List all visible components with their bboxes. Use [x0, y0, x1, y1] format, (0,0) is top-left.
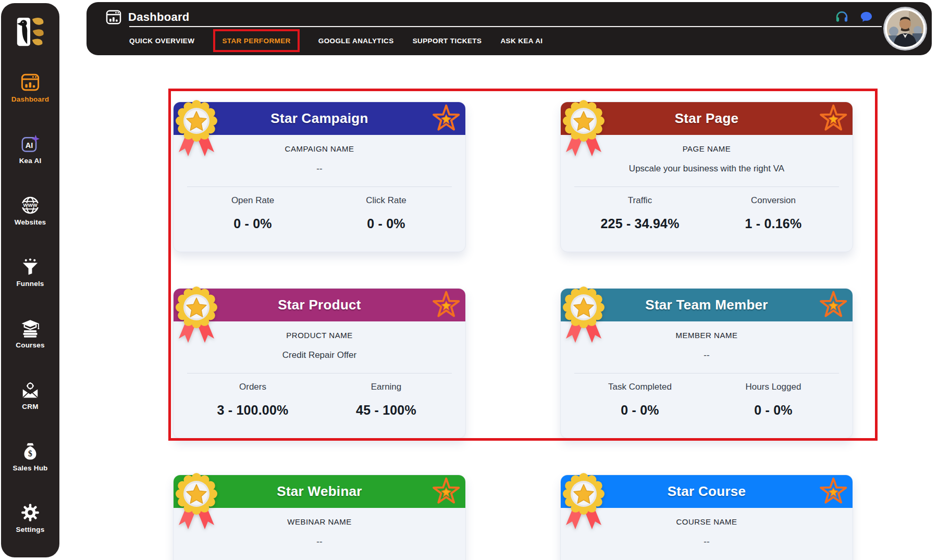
card-header: Star Product — [174, 289, 465, 321]
user-avatar[interactable] — [887, 10, 923, 47]
card-name-label: PAGE NAME — [573, 135, 840, 153]
shooting-star-icon — [394, 104, 463, 133]
sidebar-item-kea-ai[interactable]: AI Kea AI — [2, 134, 58, 165]
stat-conversion: Conversion 1 - 0.16% — [707, 195, 840, 231]
dashboard-icon — [106, 9, 121, 25]
sidebar-item-crm[interactable]: CRM — [2, 380, 58, 410]
card-name-value: -- — [573, 350, 840, 360]
sidebar-item-label: Dashboard — [11, 95, 49, 103]
card-stats: Traffic 225 - 34.94% Conversion 1 - 0.16… — [573, 195, 840, 231]
sidebar-item-label: Settings — [16, 526, 45, 533]
card-name-label: MEMBER NAME — [573, 321, 840, 340]
card-name-value: Upscale your business with the right VA — [573, 164, 840, 174]
shooting-star-icon — [394, 477, 463, 506]
card-title: Star Campaign — [270, 110, 368, 127]
sidebar-item-websites[interactable]: WWW Websites — [2, 196, 58, 226]
card-name-value: Credit Repair Offer — [186, 350, 453, 360]
envelope-gear-icon — [21, 380, 40, 399]
card-stats: Orders 3 - 100.00% Earning 45 - 100% — [186, 382, 453, 418]
card-name-value: -- — [573, 537, 840, 547]
page-title: Dashboard — [128, 10, 190, 24]
card-name-value: -- — [186, 537, 453, 547]
shooting-star-icon — [782, 104, 850, 133]
sidebar-item-settings[interactable]: Settings — [2, 503, 58, 533]
tab-ask-kea-ai[interactable]: ASK KEA AI — [500, 37, 542, 45]
card-name-label: WEBINAR NAME — [186, 508, 453, 526]
card-title: Star Course — [668, 483, 746, 500]
medal-icon — [172, 471, 221, 533]
card-divider — [574, 186, 839, 187]
shooting-star-icon — [394, 291, 463, 320]
stat-task-completed: Task Completed 0 - 0% — [573, 382, 707, 418]
card-header: Star Webinar — [174, 475, 465, 508]
stat-open-rate: Open Rate 0 - 0% — [186, 195, 319, 231]
kea-logo — [14, 16, 46, 49]
dashboard-tabs: QUICK OVERVIEW STAR PERFORMER GOOGLE ANA… — [129, 31, 542, 51]
header-actions — [835, 10, 873, 24]
svg-text:$: $ — [28, 449, 32, 458]
shooting-star-icon — [782, 291, 850, 320]
card-name-label: PRODUCT NAME — [186, 321, 453, 340]
ai-sparkle-icon: AI — [21, 134, 40, 153]
card-divider — [187, 373, 452, 374]
sidebar-item-sales-hub[interactable]: $ Sales Hub — [2, 442, 58, 472]
card-name-label: CAMPAIGN NAME — [186, 135, 453, 153]
sidebar-item-label: Sales Hub — [13, 464, 47, 472]
medal-icon — [559, 98, 608, 160]
stat-click-rate: Click Rate 0 - 0% — [319, 195, 453, 231]
page-title-row: Dashboard — [106, 9, 190, 25]
medal-icon — [172, 284, 221, 347]
card-name-value: -- — [186, 164, 453, 174]
card-title: Star Product — [278, 297, 361, 313]
sidebar-nav: Dashboard AI Kea AI WWW Websites — [2, 73, 58, 533]
dashboard-icon — [21, 73, 40, 92]
tab-star-performer[interactable]: STAR PERFORMER — [222, 37, 290, 45]
medal-icon — [559, 284, 608, 347]
card-header: Star Team Member — [561, 289, 853, 321]
card-divider — [574, 373, 839, 374]
stat-traffic: Traffic 225 - 34.94% — [573, 195, 707, 231]
money-bag-icon: $ — [21, 442, 40, 461]
avatar-photo — [887, 10, 923, 47]
header-divider — [129, 26, 882, 27]
card-stats: Task Completed 0 - 0% Hours Logged 0 - 0… — [573, 382, 840, 418]
chat-bubble-icon[interactable] — [859, 10, 873, 24]
sidebar-item-label: CRM — [22, 403, 38, 410]
star-webinar-card: Star Webinar WEBINAR NAME -- — [173, 475, 466, 560]
graduation-cap-icon — [21, 319, 40, 338]
medal-icon — [559, 471, 608, 533]
star-page-card: Star Page PAGE NAME Upscale your busines… — [560, 102, 853, 252]
annotation-box-star-performer: STAR PERFORMER — [213, 29, 299, 52]
card-header: Star Course — [561, 475, 853, 508]
globe-www-icon: WWW — [21, 196, 40, 215]
sidebar-item-dashboard[interactable]: Dashboard — [2, 73, 58, 103]
stat-orders: Orders 3 - 100.00% — [186, 382, 319, 418]
star-team-member-card: Star Team Member MEMBER NAME -- Task Com… — [560, 288, 853, 439]
sidebar-item-courses[interactable]: Courses — [2, 319, 58, 349]
gear-icon — [21, 503, 40, 522]
star-campaign-card: Star Campaign CAMPAIGN NAME -- Open Rate… — [173, 102, 466, 252]
funnel-icon — [21, 257, 40, 276]
shooting-star-icon — [782, 477, 850, 506]
tab-support-tickets[interactable]: SUPPORT TICKETS — [413, 37, 482, 45]
card-title: Star Webinar — [277, 483, 362, 500]
star-course-card: Star Course COURSE NAME -- — [560, 475, 853, 560]
sidebar: Dashboard AI Kea AI WWW Websites — [1, 3, 59, 557]
stat-hours-logged: Hours Logged 0 - 0% — [707, 382, 840, 418]
sidebar-item-label: Kea AI — [19, 157, 42, 165]
sidebar-item-funnels[interactable]: Funnels — [2, 257, 58, 288]
headphones-icon[interactable] — [835, 10, 849, 24]
sidebar-item-label: Courses — [16, 341, 44, 349]
card-title: Star Page — [675, 110, 739, 127]
sidebar-item-label: Websites — [15, 218, 46, 226]
svg-text:WWW: WWW — [23, 202, 38, 208]
card-divider — [187, 186, 452, 187]
medal-icon — [172, 98, 221, 160]
card-header: Star Page — [561, 102, 853, 135]
stat-earning: Earning 45 - 100% — [319, 382, 453, 418]
card-title: Star Team Member — [645, 297, 768, 313]
tab-google-analytics[interactable]: GOOGLE ANALYTICS — [318, 37, 394, 45]
svg-text:AI: AI — [26, 141, 33, 150]
top-header-bar: Dashboard QUICK OVERVIEW STAR PERFORMER … — [87, 2, 932, 55]
tab-quick-overview[interactable]: QUICK OVERVIEW — [129, 37, 194, 45]
